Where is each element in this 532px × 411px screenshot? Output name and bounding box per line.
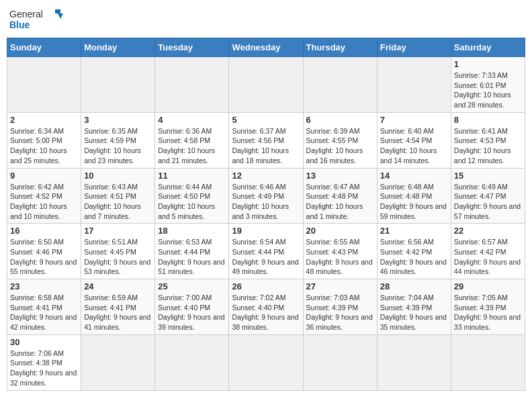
- day-info: Sunrise: 7:04 AM Sunset: 4:39 PM Dayligh…: [380, 293, 448, 332]
- calendar-cell: 9Sunrise: 6:42 AM Sunset: 4:52 PM Daylig…: [7, 168, 81, 224]
- day-info: Sunrise: 6:46 AM Sunset: 4:49 PM Dayligh…: [232, 182, 300, 222]
- day-number: 26: [232, 281, 300, 291]
- calendar-cell: 15Sunrise: 6:49 AM Sunset: 4:47 PM Dayli…: [451, 168, 525, 224]
- calendar-week-row: 30Sunrise: 7:06 AM Sunset: 4:38 PM Dayli…: [7, 334, 525, 390]
- calendar-cell: 16Sunrise: 6:50 AM Sunset: 4:46 PM Dayli…: [7, 224, 81, 279]
- calendar-cell: [303, 57, 377, 113]
- day-number: 13: [306, 171, 374, 181]
- day-number: 15: [454, 171, 522, 181]
- day-info: Sunrise: 6:42 AM Sunset: 4:52 PM Dayligh…: [10, 182, 78, 222]
- day-number: 16: [10, 226, 78, 236]
- calendar-cell: 28Sunrise: 7:04 AM Sunset: 4:39 PM Dayli…: [377, 279, 451, 335]
- calendar-cell: [81, 57, 155, 113]
- day-number: 14: [380, 171, 448, 181]
- day-info: Sunrise: 6:55 AM Sunset: 4:43 PM Dayligh…: [306, 237, 374, 277]
- generalblue-logo: General Blue: [9, 7, 63, 34]
- calendar-cell: 24Sunrise: 6:59 AM Sunset: 4:41 PM Dayli…: [81, 279, 155, 335]
- day-info: Sunrise: 6:51 AM Sunset: 4:45 PM Dayligh…: [84, 237, 152, 277]
- day-number: 23: [10, 281, 78, 291]
- day-number: 7: [380, 115, 448, 125]
- day-info: Sunrise: 6:37 AM Sunset: 4:56 PM Dayligh…: [232, 126, 300, 166]
- calendar-header-row: SundayMondayTuesdayWednesdayThursdayFrid…: [7, 38, 525, 57]
- calendar-cell: 22Sunrise: 6:57 AM Sunset: 4:42 PM Dayli…: [451, 224, 525, 279]
- day-header-wednesday: Wednesday: [229, 38, 303, 57]
- day-info: Sunrise: 6:43 AM Sunset: 4:51 PM Dayligh…: [84, 182, 152, 222]
- day-number: 17: [84, 226, 152, 236]
- day-info: Sunrise: 6:59 AM Sunset: 4:41 PM Dayligh…: [84, 293, 152, 332]
- day-number: 10: [84, 171, 152, 181]
- calendar-cell: [377, 334, 451, 390]
- day-number: 24: [84, 281, 152, 291]
- calendar-cell: [229, 334, 303, 390]
- day-number: 4: [158, 115, 226, 125]
- calendar-cell: 4Sunrise: 6:36 AM Sunset: 4:58 PM Daylig…: [155, 112, 229, 168]
- calendar-week-row: 1Sunrise: 7:33 AM Sunset: 6:01 PM Daylig…: [7, 57, 525, 113]
- day-info: Sunrise: 6:54 AM Sunset: 4:44 PM Dayligh…: [232, 237, 300, 277]
- day-number: 30: [10, 337, 78, 347]
- day-info: Sunrise: 7:02 AM Sunset: 4:40 PM Dayligh…: [232, 293, 300, 332]
- day-number: 25: [158, 281, 226, 291]
- calendar-cell: [303, 334, 377, 390]
- day-number: 18: [158, 226, 226, 236]
- calendar-cell: [377, 57, 451, 113]
- day-header-saturday: Saturday: [451, 38, 525, 57]
- day-info: Sunrise: 7:33 AM Sunset: 6:01 PM Dayligh…: [454, 71, 522, 110]
- day-number: 21: [380, 226, 448, 236]
- day-number: 19: [232, 226, 300, 236]
- page-header: General Blue: [7, 7, 525, 34]
- calendar-week-row: 2Sunrise: 6:34 AM Sunset: 5:00 PM Daylig…: [7, 112, 525, 168]
- calendar-cell: 13Sunrise: 6:47 AM Sunset: 4:48 PM Dayli…: [303, 168, 377, 224]
- calendar-cell: 14Sunrise: 6:48 AM Sunset: 4:48 PM Dayli…: [377, 168, 451, 224]
- calendar-cell: [155, 334, 229, 390]
- calendar-cell: 1Sunrise: 7:33 AM Sunset: 6:01 PM Daylig…: [451, 57, 525, 113]
- calendar-table: SundayMondayTuesdayWednesdayThursdayFrid…: [7, 38, 525, 391]
- logo: General Blue: [9, 7, 63, 34]
- day-number: 28: [380, 281, 448, 291]
- day-info: Sunrise: 6:39 AM Sunset: 4:55 PM Dayligh…: [306, 126, 374, 166]
- day-number: 11: [158, 171, 226, 181]
- day-number: 8: [454, 115, 522, 125]
- day-info: Sunrise: 6:56 AM Sunset: 4:42 PM Dayligh…: [380, 237, 448, 277]
- day-info: Sunrise: 6:44 AM Sunset: 4:50 PM Dayligh…: [158, 182, 226, 222]
- svg-marker-4: [58, 13, 63, 19]
- calendar-cell: 2Sunrise: 6:34 AM Sunset: 5:00 PM Daylig…: [7, 112, 81, 168]
- day-info: Sunrise: 6:34 AM Sunset: 5:00 PM Dayligh…: [10, 126, 78, 166]
- day-header-tuesday: Tuesday: [155, 38, 229, 57]
- day-number: 22: [454, 226, 522, 236]
- day-info: Sunrise: 7:00 AM Sunset: 4:40 PM Dayligh…: [158, 293, 226, 332]
- calendar-week-row: 23Sunrise: 6:58 AM Sunset: 4:41 PM Dayli…: [7, 279, 525, 335]
- calendar-cell: 3Sunrise: 6:35 AM Sunset: 4:59 PM Daylig…: [81, 112, 155, 168]
- calendar-cell: 30Sunrise: 7:06 AM Sunset: 4:38 PM Dayli…: [7, 334, 81, 390]
- calendar-cell: 5Sunrise: 6:37 AM Sunset: 4:56 PM Daylig…: [229, 112, 303, 168]
- day-info: Sunrise: 6:41 AM Sunset: 4:53 PM Dayligh…: [454, 126, 522, 166]
- calendar-cell: 10Sunrise: 6:43 AM Sunset: 4:51 PM Dayli…: [81, 168, 155, 224]
- calendar-cell: 6Sunrise: 6:39 AM Sunset: 4:55 PM Daylig…: [303, 112, 377, 168]
- calendar-cell: 12Sunrise: 6:46 AM Sunset: 4:49 PM Dayli…: [229, 168, 303, 224]
- calendar-cell: 23Sunrise: 6:58 AM Sunset: 4:41 PM Dayli…: [7, 279, 81, 335]
- calendar-cell: 7Sunrise: 6:40 AM Sunset: 4:54 PM Daylig…: [377, 112, 451, 168]
- calendar-cell: 26Sunrise: 7:02 AM Sunset: 4:40 PM Dayli…: [229, 279, 303, 335]
- calendar-cell: 21Sunrise: 6:56 AM Sunset: 4:42 PM Dayli…: [377, 224, 451, 279]
- calendar-cell: [7, 57, 81, 113]
- day-header-monday: Monday: [81, 38, 155, 57]
- day-number: 29: [454, 281, 522, 291]
- calendar-week-row: 9Sunrise: 6:42 AM Sunset: 4:52 PM Daylig…: [7, 168, 525, 224]
- day-header-friday: Friday: [377, 38, 451, 57]
- calendar-week-row: 16Sunrise: 6:50 AM Sunset: 4:46 PM Dayli…: [7, 224, 525, 279]
- calendar-cell: 17Sunrise: 6:51 AM Sunset: 4:45 PM Dayli…: [81, 224, 155, 279]
- calendar-cell: 18Sunrise: 6:53 AM Sunset: 4:44 PM Dayli…: [155, 224, 229, 279]
- day-number: 1: [454, 59, 522, 69]
- day-number: 5: [232, 115, 300, 125]
- day-info: Sunrise: 6:58 AM Sunset: 4:41 PM Dayligh…: [10, 293, 78, 332]
- svg-text:Blue: Blue: [9, 19, 30, 30]
- day-number: 6: [306, 115, 374, 125]
- calendar-cell: 25Sunrise: 7:00 AM Sunset: 4:40 PM Dayli…: [155, 279, 229, 335]
- day-info: Sunrise: 6:47 AM Sunset: 4:48 PM Dayligh…: [306, 182, 374, 222]
- calendar-cell: 27Sunrise: 7:03 AM Sunset: 4:39 PM Dayli…: [303, 279, 377, 335]
- calendar-cell: 8Sunrise: 6:41 AM Sunset: 4:53 PM Daylig…: [451, 112, 525, 168]
- day-number: 3: [84, 115, 152, 125]
- day-number: 20: [306, 226, 374, 236]
- day-info: Sunrise: 6:49 AM Sunset: 4:47 PM Dayligh…: [454, 182, 522, 222]
- calendar-cell: [81, 334, 155, 390]
- day-number: 27: [306, 281, 374, 291]
